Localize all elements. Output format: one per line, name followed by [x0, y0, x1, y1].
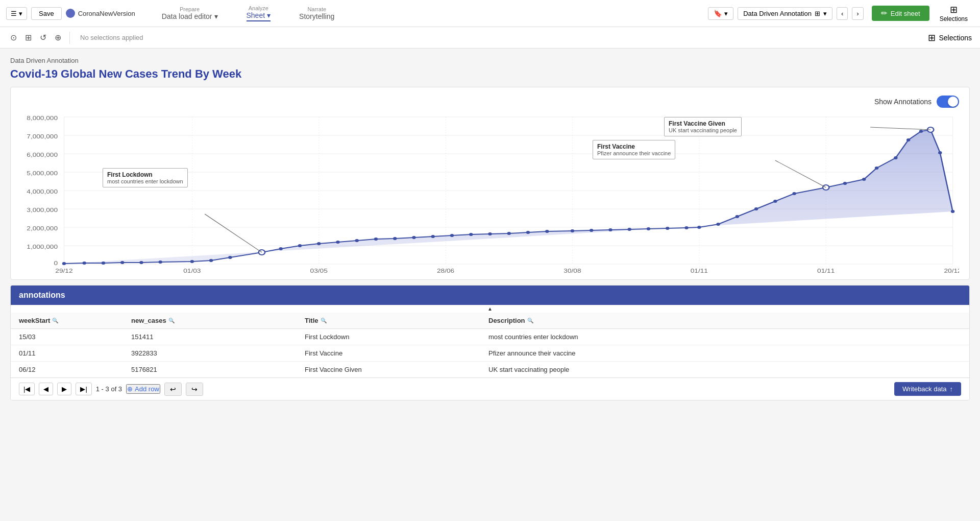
selections-panel-label: Selections	[939, 34, 972, 42]
selections-label: Selections	[940, 15, 968, 22]
prev-page-button[interactable]: ◀	[39, 383, 53, 395]
title-search-icon[interactable]: 🔍	[321, 318, 327, 323]
refresh-icon[interactable]: ↺	[38, 31, 48, 44]
hamburger-dropdown-icon: ▾	[19, 10, 22, 17]
svg-point-52	[590, 229, 593, 232]
search-fields-icon[interactable]: ⊙	[8, 31, 19, 44]
svg-point-34	[228, 256, 232, 259]
menu-button[interactable]: ☰ ▾	[6, 7, 27, 20]
svg-text:4,000,000: 4,000,000	[27, 188, 58, 195]
svg-point-66	[862, 178, 866, 181]
annotations-toggle[interactable]	[937, 96, 959, 108]
weekstart-search-icon[interactable]: 🔍	[52, 318, 58, 323]
last-page-button[interactable]: ▶|	[76, 383, 91, 395]
edit-icon: ✏	[881, 9, 888, 18]
undo-button[interactable]: ↩	[164, 383, 182, 396]
svg-text:01/11: 01/11	[817, 268, 835, 274]
svg-point-67	[875, 167, 878, 170]
page-info: 1 - 3 of 3	[96, 385, 122, 393]
svg-text:01/03: 01/03	[183, 268, 201, 274]
prepare-sub: Data load editor ▾	[162, 12, 218, 20]
svg-text:29/12: 29/12	[55, 268, 72, 274]
svg-point-31	[158, 260, 162, 264]
table-section: annotations ▲ weekStart 🔍 new_cases 🔍 Ti…	[10, 285, 970, 400]
svg-point-53	[608, 228, 612, 231]
svg-point-45	[450, 234, 454, 237]
svg-text:01/11: 01/11	[691, 268, 708, 274]
toolbar-separator	[69, 32, 70, 44]
redo-button[interactable]: ↪	[186, 383, 203, 396]
annotation-vaccine-given-desc: UK start vaccinating people	[669, 127, 737, 133]
table-row: 01/11 3922833 First Vaccine Pfizer annou…	[11, 345, 969, 362]
annotation-mode-label: Data Driven Annotation	[743, 10, 812, 17]
newcases-search-icon[interactable]: 🔍	[168, 318, 175, 323]
chart-container: Show Annotations 8,000,000 7,000,000 6,0…	[10, 87, 970, 280]
show-annotations-label: Show Annotations	[874, 98, 932, 106]
svg-point-47	[488, 232, 492, 235]
svg-point-73	[951, 210, 954, 213]
add-row-label: Add row	[135, 385, 159, 393]
cell-description: Pfizer announce their vaccine	[488, 349, 961, 357]
svg-line-76	[870, 127, 930, 130]
svg-point-38	[317, 242, 321, 245]
edit-sheet-button[interactable]: ✏ Edit sheet	[872, 6, 929, 21]
selections-grid-icon2: ⊞	[928, 32, 936, 43]
svg-point-40	[355, 239, 358, 242]
app-title: Data Driven Annotation	[10, 57, 970, 64]
selections-panel-button[interactable]: ⊞ Selections	[934, 4, 974, 22]
analyze-label: Analyze	[249, 5, 268, 11]
first-page-button[interactable]: |◀	[19, 383, 35, 395]
prepare-section[interactable]: Prepare Data load editor ▾	[150, 6, 230, 20]
layout-icon[interactable]: ⊞	[23, 31, 34, 44]
toggle-knob	[948, 97, 958, 107]
cell-weekstart: 01/11	[19, 349, 131, 357]
analyze-sub: Sheet ▾	[247, 11, 271, 21]
svg-point-54	[627, 228, 631, 231]
next-page-button[interactable]: ▶	[57, 383, 71, 395]
svg-text:20/12: 20/12	[944, 268, 959, 274]
col-header-title[interactable]: Title 🔍	[305, 317, 488, 324]
svg-text:30/08: 30/08	[564, 268, 581, 274]
writeback-button[interactable]: Writeback data ↑	[894, 382, 961, 396]
hamburger-icon: ☰	[11, 10, 17, 17]
annotation-mode-icon: ⊞	[815, 10, 820, 17]
description-search-icon[interactable]: 🔍	[527, 318, 533, 323]
settings-icon[interactable]: ⊕	[53, 31, 63, 44]
next-button[interactable]: ›	[852, 7, 863, 20]
col-header-weekstart[interactable]: weekStart 🔍	[19, 317, 131, 324]
annotation-vaccine: First Vaccine Pfizer announce their vacc…	[593, 140, 675, 159]
annotation-vaccine-given-title: First Vaccine Given	[669, 120, 737, 127]
line-chart-svg: 8,000,000 7,000,000 6,000,000 5,000,000 …	[21, 112, 959, 275]
narrate-sub: Storytelling	[299, 12, 334, 20]
col-header-description[interactable]: Description 🔍	[488, 317, 961, 324]
narrate-section[interactable]: Narrate Storytelling	[287, 6, 347, 20]
svg-text:03/05: 03/05	[310, 268, 328, 274]
app-name: CoronaNewVersion	[66, 9, 135, 18]
prev-button[interactable]: ‹	[837, 7, 848, 20]
svg-text:2,000,000: 2,000,000	[27, 225, 58, 231]
svg-text:weekStart: weekStart	[492, 275, 526, 275]
sort-indicator: ▲	[11, 306, 969, 312]
add-row-button[interactable]: ⊕ Add row	[126, 384, 160, 394]
toolbar: ⊙ ⊞ ↺ ⊕ No selections applied ⊞ Selectio…	[0, 27, 980, 49]
svg-text:8,000,000: 8,000,000	[27, 115, 58, 121]
chart-title: Covid-19 Global New Cases Trend By Week	[10, 67, 970, 81]
cell-newcases: 3922833	[131, 349, 305, 357]
narrate-label: Narrate	[307, 6, 326, 12]
col-header-newcases[interactable]: new_cases 🔍	[131, 317, 305, 324]
svg-point-36	[279, 247, 282, 250]
annotation-vaccine-given: First Vaccine Given UK start vaccinating…	[664, 117, 742, 136]
svg-point-50	[545, 230, 549, 233]
svg-point-63	[792, 192, 796, 195]
app-name-label: CoronaNewVersion	[78, 10, 135, 17]
analyze-section[interactable]: Analyze Sheet ▾	[234, 5, 283, 21]
svg-point-27	[82, 262, 86, 265]
bookmark-icon: 🔖	[714, 10, 722, 17]
bookmark-button[interactable]: 🔖 ▾	[708, 7, 733, 20]
svg-text:1,000,000: 1,000,000	[27, 244, 58, 250]
bookmark-dropdown-icon: ▾	[724, 10, 728, 17]
selections-grid-icon: ⊞	[950, 4, 958, 15]
annotation-mode-button[interactable]: Data Driven Annotation ⊞ ▾	[738, 7, 832, 20]
save-button[interactable]: Save	[31, 7, 62, 20]
svg-text:7,000,000: 7,000,000	[27, 133, 58, 139]
